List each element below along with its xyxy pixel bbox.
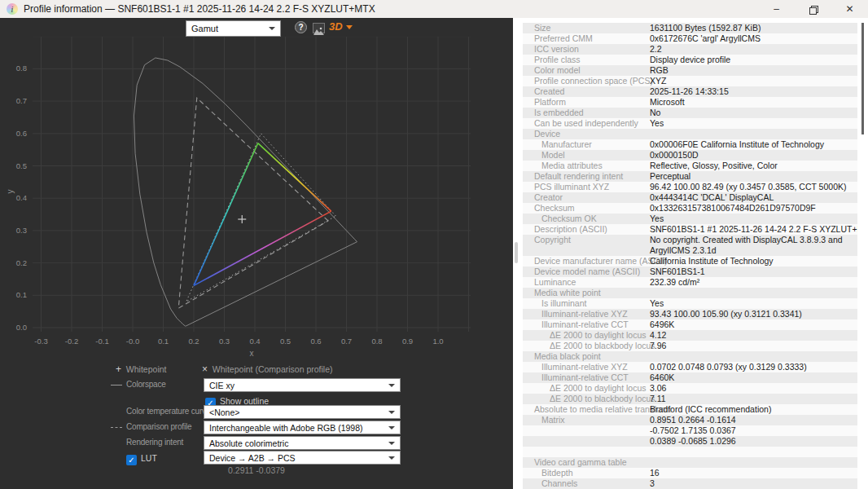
row-value: 232.39 cd/m²: [650, 277, 699, 288]
save-image-icon[interactable]: [313, 23, 325, 33]
row-label: Creator: [534, 192, 563, 203]
row-value: 2.2: [650, 44, 662, 55]
row-value: 1631100 Bytes (1592.87 KiB): [650, 23, 761, 33]
svg-text:0.5: 0.5: [16, 161, 27, 170]
row-label: Copyright: [534, 235, 571, 245]
svg-text:0.4: 0.4: [16, 193, 27, 202]
row-value: California Institute of Technology: [650, 256, 774, 267]
svg-text:0.8: 0.8: [16, 64, 27, 73]
cursor-coordinates: 0.2911 -0.0379: [0, 465, 513, 475]
row-label: Bitdepth: [541, 468, 573, 478]
svg-text:0.6: 0.6: [16, 129, 27, 138]
row-value: 6496K: [650, 319, 674, 330]
titlebar: i Profile information — SNF601BS1-1 #1 2…: [0, 0, 868, 18]
row-label: Default rendering intent: [534, 171, 623, 182]
splitter-grip[interactable]: [515, 242, 518, 263]
row-value: 0x1332631573810067484D261D97570D9F: [650, 203, 816, 214]
row-label: Media black point: [534, 351, 601, 362]
row-label: ΔE 2000 to blackbody locus: [550, 341, 655, 351]
svg-text:-0.2: -0.2: [65, 337, 78, 346]
row-label: Device model name (ASCII): [534, 267, 640, 277]
row-value: Perceptual: [650, 171, 690, 182]
row-value: 7.96: [650, 341, 666, 351]
row-label: Media white point: [534, 288, 601, 298]
row-value: 0x4443414C 'DCAL' DisplayCAL: [650, 192, 774, 203]
row-value: RGB: [650, 65, 669, 76]
colorspace-select[interactable]: CIE xy: [204, 378, 401, 392]
row-value: 3: [650, 478, 655, 489]
minimize-button[interactable]: –: [758, 0, 795, 18]
chevron-down-icon: [388, 426, 395, 430]
color-temperature-curve-select[interactable]: <None>: [204, 405, 401, 419]
row-value: XYZ: [650, 76, 666, 86]
row-value: 93.43 100.00 105.90 (xy 0.3121 0.3341): [650, 309, 802, 319]
svg-text:0.3: 0.3: [219, 337, 230, 346]
row-label: Media attributes: [541, 161, 603, 171]
svg-text:-0.0: -0.0: [126, 337, 139, 346]
rendering-intent-row: Rendering intent Absolute colorimetric: [0, 436, 513, 450]
svg-text:y: y: [6, 190, 15, 194]
color-temperature-curve-label: Color temperature curve: [126, 407, 210, 416]
table-row: Media attributesReflective, Glossy, Posi…: [523, 161, 857, 171]
table-row: Channels3: [523, 478, 857, 489]
table-row: CopyrightNo copyright. Created with Disp…: [523, 235, 857, 256]
row-value: 0x0000150D: [650, 150, 699, 161]
lut-direction-value: Device → A2B → PCS: [209, 453, 296, 463]
svg-text:0.4: 0.4: [249, 337, 260, 346]
svg-text:-0.1: -0.1: [95, 337, 108, 346]
table-row: Description (ASCII)SNF601BS1-1 #1 2025-1…: [523, 224, 857, 235]
row-value: 0x6172676C 'argl' ArgyllCMS: [650, 33, 761, 44]
row-value: 0.0389 -0.0685 1.0296: [650, 436, 736, 447]
svg-text:0.5: 0.5: [280, 337, 291, 346]
row-label: Checksum OK: [541, 214, 597, 224]
plot-type-select[interactable]: Gamut: [186, 20, 281, 37]
plot-toolbar: Gamut ? 3D: [0, 18, 513, 37]
table-row: -0.7502 1.7135 0.0367: [523, 425, 857, 436]
lut-checkbox[interactable]: ✓: [126, 455, 137, 465]
row-label: Luminance: [534, 277, 576, 288]
lut-direction-select[interactable]: Device → A2B → PCS: [204, 451, 401, 465]
help-icon[interactable]: ?: [295, 21, 307, 33]
row-value: Yes: [650, 298, 664, 309]
row-label: Color model: [534, 65, 581, 76]
svg-text:0.0: 0.0: [16, 323, 27, 332]
window-title: Profile information — SNF601BS1-1 #1 202…: [24, 3, 375, 15]
table-row: Color modelRGB: [523, 65, 857, 76]
table-row: ICC version2.2: [523, 44, 857, 55]
table-row: Video card gamma table: [523, 457, 857, 468]
view-3d-button[interactable]: 3D: [329, 20, 353, 33]
plus-marker-icon: +: [116, 363, 121, 375]
table-row: 0.0389 -0.0685 1.0296: [523, 436, 857, 447]
svg-text:0.2: 0.2: [188, 337, 199, 346]
row-label: Device: [534, 129, 560, 139]
chevron-down-icon: [388, 411, 395, 414]
maximize-button[interactable]: [795, 0, 831, 18]
comparison-profile-select[interactable]: Interchangeable with Adobe RGB (1998): [204, 421, 401, 434]
table-row: Is illuminantYes: [523, 298, 857, 309]
table-row: Absolute to media relative transformBrad…: [523, 404, 857, 415]
table-row: Is embeddedNo: [523, 108, 857, 118]
scrollbar-thumb[interactable]: [861, 23, 864, 134]
row-value: 0x00006F0E California Institute of Techn…: [650, 139, 824, 150]
table-row: Bitdepth16: [523, 468, 857, 478]
row-label: Model: [541, 150, 565, 161]
rendering-intent-select[interactable]: Absolute colorimetric: [204, 436, 401, 450]
rendering-intent-label: Rendering intent: [126, 438, 183, 447]
row-label: Size: [534, 23, 550, 33]
cross-marker-icon: ×: [202, 363, 208, 375]
close-button[interactable]: ✕: [831, 0, 868, 18]
row-value: 0.0702 0.0748 0.0793 (xy 0.3129 0.3333): [650, 362, 807, 372]
row-label: ΔE 2000 to daylight locus: [550, 330, 647, 341]
svg-text:0.7: 0.7: [16, 96, 27, 105]
table-row: Illuminant-relative XYZ93.43 100.00 105.…: [523, 309, 857, 319]
colorspace-label: Colorspace: [126, 380, 166, 389]
table-row: Profile connection space (PCS)XYZ: [523, 76, 857, 86]
chromaticity-chart[interactable]: -0.3-0.2-0.1-0.00.10.20.30.40.50.60.70.8…: [0, 37, 513, 363]
vertical-scrollbar[interactable]: [857, 18, 868, 489]
color-temperature-curve-value: <None>: [209, 408, 239, 417]
svg-text:0.8: 0.8: [371, 337, 382, 346]
svg-text:1.0: 1.0: [432, 337, 443, 346]
row-value: Reflective, Glossy, Positive, Color: [650, 161, 778, 171]
row-label: Description (ASCII): [534, 224, 607, 235]
row-value: Yes: [650, 214, 664, 224]
